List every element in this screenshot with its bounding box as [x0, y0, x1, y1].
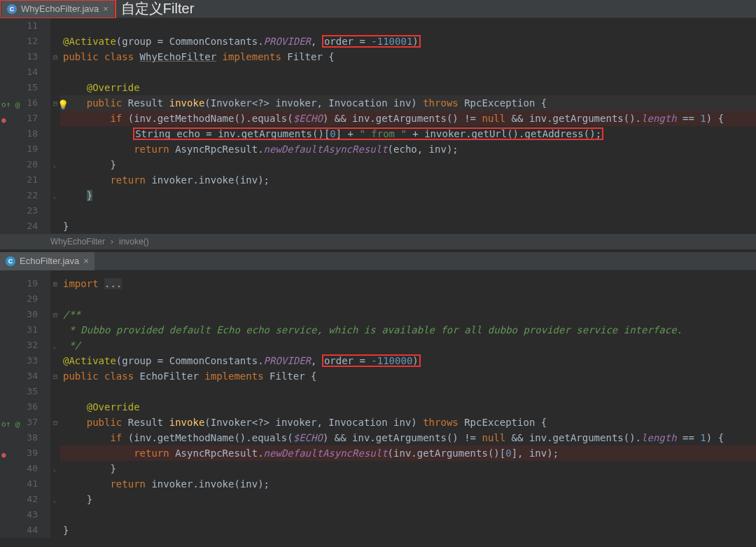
editor-pane-1: C WhyEchoFilter.java × 自定义Filter 11 12 1… [0, 0, 756, 252]
tab-bar-2: C EchoFilter.java × [0, 252, 756, 270]
breadcrumb-class[interactable]: WhyEchoFilter [50, 237, 105, 247]
code-lines-1[interactable]: @Activate(group = CommonConstants.PROVID… [60, 18, 756, 234]
file-tab-echofilter[interactable]: C EchoFilter.java × [0, 252, 94, 270]
editor-pane-2: C EchoFilter.java × 19 29 30 31 32 33 34… [0, 252, 756, 538]
close-icon[interactable]: × [103, 4, 108, 14]
code-lines-2[interactable]: import ... /** * Dubbo provided default … [60, 270, 756, 538]
java-class-icon: C [6, 256, 15, 266]
fold-column-2[interactable]: ⊞ ⊟ ⌞ ⊟ ⊟ ⌞ ⌞ [50, 270, 60, 538]
file-tab-whyechofilter[interactable]: C WhyEchoFilter.java × [1, 0, 114, 18]
java-class-icon: C [7, 4, 17, 14]
gutter-2: 19 29 30 31 32 33 34 35 36 o↑ @37 38 ●39… [0, 270, 50, 538]
tab-annotation: 自定义Filter [121, 0, 194, 18]
tab-filename: EchoFilter.java [20, 256, 79, 266]
breadcrumb-method[interactable]: invoke() [119, 237, 149, 247]
gutter-1: 11 12 13 14 15 o↑ @16 ●17 18 19 20 21 22… [0, 18, 50, 234]
code-area-2[interactable]: 19 29 30 31 32 33 34 35 36 o↑ @37 38 ●39… [0, 270, 756, 538]
chevron-right-icon: › [111, 237, 113, 247]
tab-filename: WhyEchoFilter.java [21, 4, 99, 14]
code-area-1[interactable]: 11 12 13 14 15 o↑ @16 ●17 18 19 20 21 22… [0, 18, 756, 234]
fold-column-1[interactable]: ⊟ ⊟ ⌞ ⌞ [50, 18, 60, 234]
tab-bar-1: C WhyEchoFilter.java × 自定义Filter [0, 0, 756, 18]
breadcrumb-1[interactable]: WhyEchoFilter › invoke() [0, 234, 756, 249]
close-icon[interactable]: × [83, 256, 89, 266]
